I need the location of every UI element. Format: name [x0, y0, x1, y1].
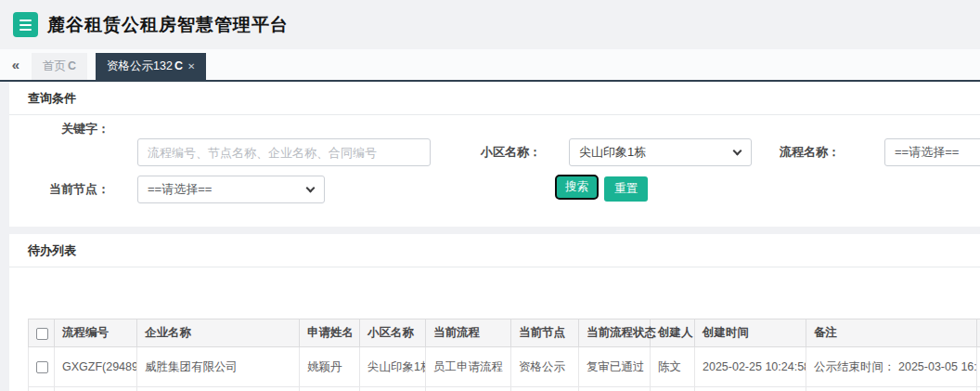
col-process-no: 流程编号 — [55, 319, 137, 347]
todo-panel-title: 待办列表 — [9, 234, 980, 267]
query-form: 关键字： 小区名称： 尖山印象1栋 流程名称： ==请选择== 当前节点： ==… — [9, 115, 980, 227]
app-header: 麓谷租赁公租房智慧管理平台 — [0, 0, 980, 49]
cell-company: 威胜集团有限公司 — [137, 347, 300, 387]
col-extra — [977, 319, 980, 347]
col-company: 企业名称 — [137, 319, 300, 347]
refresh-icon[interactable]: C — [174, 59, 183, 72]
tab-home-label: 首页 — [43, 59, 66, 72]
col-current-flow: 当前流程 — [426, 319, 511, 347]
cell-current-node: 资格公示 — [511, 347, 579, 387]
cell-applicant: 姚颖丹 — [300, 347, 360, 387]
todo-table: 流程编号 企业名称 申请姓名 小区名称 当前流程 当前节点 当前流程状态 创建人… — [28, 319, 980, 391]
tab-bar: « 首页C 资格公示132C✕ — [0, 49, 980, 82]
node-select[interactable]: ==请选择== — [137, 176, 325, 203]
table-header-row: 流程编号 企业名称 申请姓名 小区名称 当前流程 当前节点 当前流程状态 创建人… — [29, 319, 980, 347]
process-select[interactable]: ==请选择== — [884, 138, 980, 166]
refresh-icon[interactable]: C — [68, 59, 76, 72]
process-select-value: ==请选择== — [895, 145, 959, 159]
query-panel-title: 查询条件 — [9, 82, 980, 115]
community-label: 小区名称： — [445, 138, 541, 166]
cell-community: 尖山印象1栋 — [360, 347, 426, 387]
table-row-partial — [29, 387, 980, 391]
col-create-time: 创建时间 — [695, 319, 806, 347]
row-checkbox[interactable] — [36, 361, 48, 373]
process-label: 流程名称： — [742, 138, 840, 166]
select-all-checkbox[interactable] — [36, 328, 48, 340]
chevron-down-icon — [733, 147, 742, 156]
tab-qualification-publicity[interactable]: 资格公示132C✕ — [96, 53, 206, 80]
search-button[interactable]: 搜索 — [555, 175, 599, 200]
chevron-down-icon — [306, 184, 316, 193]
community-select-value: 尖山印象1栋 — [579, 145, 646, 159]
col-remark: 备注 — [806, 319, 977, 347]
col-creator: 创建人 — [651, 319, 695, 347]
select-all-cell — [29, 319, 55, 347]
cell-create-time: 2025-02-25 10:24:58 — [695, 347, 806, 387]
cell-extra — [977, 347, 980, 387]
cell-current-flow: 员工申请流程 — [426, 347, 511, 387]
keyword-input[interactable] — [137, 138, 431, 166]
row-select-cell — [29, 347, 55, 387]
collapse-tabs-icon[interactable]: « — [7, 57, 24, 72]
keyword-label: 关键字： — [9, 115, 110, 143]
col-community: 小区名称 — [360, 319, 426, 347]
cell-flow-status: 复审已通过 — [579, 347, 651, 387]
cell-remark: 公示结束时间： 2025-03-05 16:38:06 — [806, 347, 977, 387]
community-select[interactable]: 尖山印象1栋 — [569, 138, 752, 166]
col-current-node: 当前节点 — [511, 319, 579, 347]
tab-qualification-label: 资格公示132 — [107, 59, 173, 72]
node-label: 当前节点： — [9, 176, 110, 203]
table-row[interactable]: GXGZF(29489) 威胜集团有限公司 姚颖丹 尖山印象1栋 员工申请流程 … — [29, 347, 980, 387]
node-select-value: ==请选择== — [148, 182, 212, 196]
cell-process-no: GXGZF(29489) — [55, 347, 137, 387]
app-title: 麓谷租赁公租房智慧管理平台 — [47, 13, 289, 37]
todo-panel: 待办列表 流程编号 企业名称 申请姓名 小区名称 当前流程 当前节点 当前流程状… — [9, 234, 980, 391]
menu-toggle-button[interactable] — [13, 12, 38, 37]
col-flow-status: 当前流程状态 — [579, 319, 651, 347]
query-panel: 查询条件 关键字： 小区名称： 尖山印象1栋 流程名称： ==请选择== 当前节… — [9, 82, 980, 227]
col-applicant: 申请姓名 — [300, 319, 360, 347]
close-icon[interactable]: ✕ — [187, 61, 195, 72]
tab-home[interactable]: 首页C — [32, 53, 87, 80]
page-content: 查询条件 关键字： 小区名称： 尖山印象1栋 流程名称： ==请选择== 当前节… — [0, 82, 980, 391]
reset-button[interactable]: 重置 — [604, 176, 648, 202]
cell-creator: 陈文 — [651, 347, 695, 387]
